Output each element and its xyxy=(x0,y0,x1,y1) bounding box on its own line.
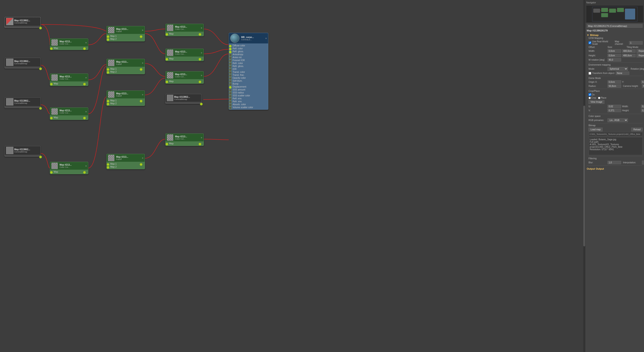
camera-height-input[interactable] xyxy=(642,84,644,88)
output-section-label: Output xyxy=(587,167,595,170)
width-size-input[interactable] xyxy=(622,49,636,53)
socket-transl-frac[interactable]: Transl. frac. xyxy=(230,74,267,76)
socket-ior[interactable]: IOR xyxy=(230,68,267,70)
load-map-button[interactable]: Load map xyxy=(588,128,602,131)
node-color1[interactable]: Map #213... Color Cor... ≡ Map xyxy=(50,38,88,50)
svg-rect-3 xyxy=(601,13,608,17)
svg-rect-1 xyxy=(593,8,600,13)
uvw-label: UVW Mapping xyxy=(588,37,643,39)
socket-bump[interactable]: Bump xyxy=(230,83,267,85)
node-color2[interactable]: Map #213... Color Cor... ≡ Map xyxy=(50,73,88,86)
socket-diffuse-color[interactable]: Diffuse color xyxy=(230,44,267,47)
navigator: Navigator xyxy=(585,0,644,23)
tiling-height-dropdown[interactable]: Repeat Tiling xyxy=(636,54,644,57)
socket-sss-scatter[interactable]: SSS scatter color xyxy=(230,94,267,97)
node-colorcor-bottom[interactable]: Map #213... Color Cor... ≡ Map xyxy=(165,133,204,146)
socket-absorb-color[interactable]: Absorb. color xyxy=(230,103,267,106)
origin-x-input[interactable] xyxy=(608,80,621,84)
socket-refr-env[interactable]: Refr. env. xyxy=(230,100,267,103)
socket-refr-gloss[interactable]: Refr. gloss. xyxy=(230,65,267,67)
transform-checkbox[interactable]: Transform from object: xyxy=(588,72,615,75)
navigator-content[interactable] xyxy=(586,6,643,23)
on-radio[interactable]: On xyxy=(588,93,595,96)
node-coronabitmap-gray[interactable]: Map #213862... CoronaBitmap xyxy=(165,94,202,104)
svg-rect-4 xyxy=(609,8,616,13)
mode-dropdown[interactable]: Spherical xyxy=(608,67,628,71)
bitmap-info-box: Loaded: Botanic_Sage.jpg Full path: A:\0… xyxy=(588,137,643,155)
tiling-width-dropdown[interactable]: Repeat Tiling xyxy=(636,49,644,53)
node-bitmap2-title: Map #213862... xyxy=(14,60,30,62)
node-bitmap4-subtitle: CoronaBitmap xyxy=(14,151,30,153)
map-channel-input[interactable] xyxy=(629,41,643,44)
filtering-label: Filtering xyxy=(588,157,643,160)
reload-button[interactable]: Reload xyxy=(631,128,643,131)
right-panel: Navigator Map #213862617 xyxy=(585,0,644,352)
socket-self-illum[interactable]: Self-illum. xyxy=(230,80,267,82)
width2-input[interactable] xyxy=(641,105,644,108)
node-material[interactable]: MB_carpe... CoronaLe... ≡ Diffuse color … xyxy=(229,33,268,110)
map-header: Map #2138626179 (CoronaBitmap) xyxy=(587,24,643,28)
origin-y-input[interactable] xyxy=(641,80,644,84)
bitmap-section-label: Bitmap xyxy=(588,124,643,127)
node-falloff4[interactable]: Map #213... Falloff ≡ Map 1 Map 2 xyxy=(106,154,145,169)
node-colorcor3[interactable]: Map #213... Color Cor... ≡ Map xyxy=(165,71,204,84)
crop-radio[interactable]: Crop xyxy=(588,97,596,99)
blur-input[interactable] xyxy=(608,161,621,164)
interpolation-dropdown[interactable]: Bilinear (faster) xyxy=(642,161,644,164)
height-size-input[interactable] xyxy=(622,54,636,57)
socket-opacity-color[interactable]: Opacity color xyxy=(230,77,267,79)
node-bitmap1[interactable]: Map #213862... CoronaBitmap xyxy=(4,17,41,28)
properties-panel: Map #2138626179 (CoronaBitmap) Map #2138… xyxy=(585,23,644,352)
node-bitmap4[interactable]: Map #213862... CoronaBitmap xyxy=(4,146,41,157)
node-bitmap3[interactable]: Map #213862... CoronaBitmap xyxy=(4,97,41,108)
node-color4[interactable]: Map #213... Color Cor... ≡ Map xyxy=(50,162,88,174)
output-label: Output xyxy=(596,167,604,170)
socket-refr-color[interactable]: Refr. color xyxy=(230,62,267,64)
real-world-checkbox[interactable]: Use Real-World Scale xyxy=(588,40,614,45)
width-offset-input[interactable] xyxy=(608,49,621,53)
rgb-primaries-dropdown[interactable]: Lin...RGB xyxy=(608,118,628,122)
env-mapping-label: Environment mapping xyxy=(588,63,643,66)
socket-displacement[interactable]: Displacement xyxy=(230,85,267,88)
node-bitmap3-title: Map #213862... xyxy=(14,99,30,102)
socket-transl-color[interactable]: Transl. color xyxy=(230,71,267,73)
height2-input[interactable] xyxy=(641,109,644,112)
node-bitmap2-subtitle: CoronaBitmap xyxy=(14,62,30,65)
socket-aniso-rot[interactable]: Aniso rot. xyxy=(230,56,267,59)
node-falloff2[interactable]: Map #213... Falloff ≡ Map 1 Map 2 xyxy=(106,59,145,74)
socket-refl-gloss[interactable]: Refl. gloss. xyxy=(230,50,267,53)
transform-input[interactable] xyxy=(616,71,629,75)
node-bitmap2[interactable]: Map #213862... CoronaBitmap xyxy=(4,58,41,68)
view-image-button[interactable]: View Image xyxy=(588,100,604,104)
socket-refl-color[interactable]: Refl. color xyxy=(230,47,267,50)
node-falloff1[interactable]: Map #213... Falloff ≡ Map 1 Map 2 xyxy=(106,26,145,41)
socket-volume-scatter[interactable]: Volume scatter color xyxy=(230,106,267,109)
node-bitmap1-subtitle: CoronaBitmap xyxy=(14,22,30,24)
navigator-title: Navigator xyxy=(586,1,643,5)
socket-sss-radius[interactable]: SSS radius xyxy=(230,91,267,94)
file-path-display: X:\001_Textures\01_Textures projects\146… xyxy=(588,132,643,136)
section-corona-bitmap[interactable]: ▼ Bitmap xyxy=(587,33,643,37)
node-color3[interactable]: Map #213... Color Cor... ≡ Map xyxy=(50,107,88,120)
socket-anisotropy[interactable]: Anisotropy xyxy=(230,53,267,56)
socket-sss-amount[interactable]: SSS amount xyxy=(230,88,267,91)
socket-fresnel-ior[interactable]: Fresnel IOR xyxy=(230,59,267,61)
node-bitmap4-title: Map #213862... xyxy=(14,148,30,151)
node-falloff3[interactable]: Map #213... Falloff ≡ Map 1 Map 2 xyxy=(106,90,145,106)
u-input[interactable] xyxy=(608,105,621,108)
node-colorcor1[interactable]: Map #213... Color Cor... ≡ Map xyxy=(165,24,204,36)
v-input[interactable] xyxy=(608,109,621,112)
map-name-label: Map #2138626179 xyxy=(587,29,608,32)
color-space-label: Color space xyxy=(588,115,643,117)
place-radio[interactable]: Place xyxy=(598,97,606,99)
dome-mode-label: Dome Mode xyxy=(588,77,643,79)
svg-rect-2 xyxy=(601,8,608,12)
socket-refl-env[interactable]: Refl. env. xyxy=(230,97,267,100)
node-editor[interactable]: Map #213862... CoronaBitmap Map #213862.… xyxy=(0,0,585,352)
crop-place-label: Crop/Place xyxy=(588,90,644,92)
w-rotation-input[interactable] xyxy=(608,58,621,61)
height-offset-input[interactable] xyxy=(608,54,621,57)
node-colorcor2[interactable]: Map #213... Color Cor... ≡ Map xyxy=(165,49,204,61)
node-bitmap3-subtitle: CoronaBitmap xyxy=(14,102,30,104)
radius-input[interactable] xyxy=(608,84,621,88)
